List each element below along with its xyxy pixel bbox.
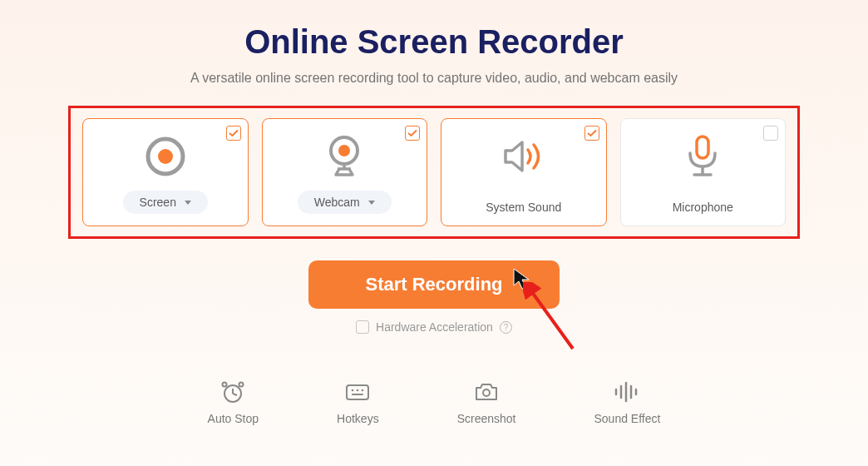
webcam-label: Webcam: [314, 196, 360, 209]
sound-effect-tool[interactable]: Sound Effect: [594, 380, 660, 425]
svg-point-12: [239, 383, 244, 387]
webcam-checkbox[interactable]: [405, 126, 420, 141]
tools-row: Auto Stop Hotkeys Screenshot Sound Effec…: [0, 380, 868, 425]
hardware-acceleration-checkbox[interactable]: [356, 320, 369, 334]
microphone-checkbox[interactable]: [763, 126, 778, 141]
system-sound-label: System Sound: [486, 201, 561, 214]
svg-point-15: [357, 389, 359, 392]
auto-stop-tool[interactable]: Auto Stop: [208, 380, 259, 425]
system-sound-checkbox[interactable]: [584, 126, 599, 141]
screen-label: Screen: [140, 196, 176, 209]
hotkeys-label: Hotkeys: [337, 412, 379, 425]
chevron-down-icon: [185, 201, 191, 205]
keyboard-icon: [345, 380, 370, 404]
screen-checkbox[interactable]: [226, 126, 241, 141]
hardware-acceleration-row: Hardware Acceleration ?: [0, 320, 868, 334]
screenshot-tool[interactable]: Screenshot: [457, 380, 516, 425]
svg-rect-4: [697, 136, 708, 158]
microphone-icon: [682, 132, 723, 181]
svg-point-1: [158, 149, 173, 164]
soundwave-icon: [613, 380, 641, 404]
speaker-icon: [501, 132, 547, 181]
clock-icon: [219, 380, 246, 404]
start-recording-button[interactable]: Start Recording: [308, 260, 559, 309]
check-icon: [407, 129, 417, 137]
screen-icon: [144, 132, 187, 181]
sound-effect-label: Sound Effect: [594, 412, 660, 425]
source-selection-box: Screen Webcam System So: [68, 106, 800, 239]
svg-rect-13: [347, 385, 368, 399]
help-icon[interactable]: ?: [500, 321, 512, 334]
svg-point-14: [352, 389, 354, 392]
svg-point-18: [483, 389, 490, 396]
camera-icon: [474, 380, 499, 404]
svg-point-11: [223, 383, 227, 387]
svg-line-10: [233, 394, 237, 395]
chevron-down-icon: [368, 201, 375, 205]
screen-card[interactable]: Screen: [82, 118, 249, 226]
microphone-card[interactable]: Microphone: [620, 118, 787, 226]
svg-point-16: [362, 389, 364, 392]
hotkeys-tool[interactable]: Hotkeys: [337, 380, 379, 425]
page-title: Online Screen Recorder: [0, 23, 868, 61]
check-icon: [587, 129, 597, 137]
check-icon: [229, 129, 239, 137]
auto-stop-label: Auto Stop: [208, 412, 259, 425]
hardware-acceleration-label: Hardware Acceleration: [376, 320, 493, 334]
webcam-card[interactable]: Webcam: [262, 118, 428, 226]
webcam-icon: [324, 132, 364, 181]
system-sound-card[interactable]: System Sound: [441, 118, 607, 226]
page-subtitle: A versatile online screen recording tool…: [0, 71, 868, 86]
svg-point-3: [338, 145, 350, 156]
screenshot-label: Screenshot: [457, 412, 516, 425]
screen-dropdown[interactable]: Screen: [123, 191, 208, 214]
webcam-dropdown[interactable]: Webcam: [298, 191, 392, 214]
microphone-label: Microphone: [673, 201, 733, 214]
